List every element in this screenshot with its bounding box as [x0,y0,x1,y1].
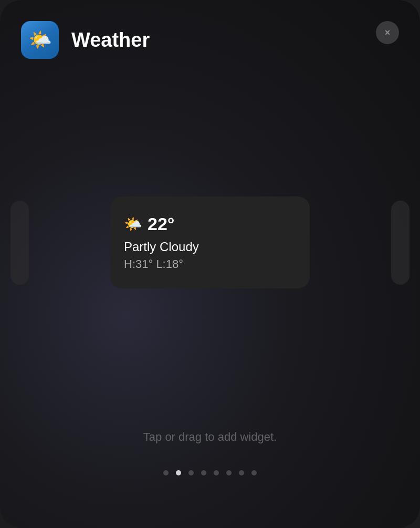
close-button[interactable]: × [376,21,399,44]
add-hint: Tap or drag to add widget. [143,430,277,444]
pagination-dot-5[interactable] [226,470,232,475]
pagination-dots [163,470,257,475]
app-title: Weather [71,29,150,51]
side-peek-left [10,201,29,285]
pagination-dot-2[interactable] [188,470,194,475]
weather-temperature: 22° [148,214,174,234]
weather-high-low: H:31° L:18° [124,257,296,271]
widget-area: 🌤️ 22° Partly Cloudy H:31° L:18° [21,185,399,301]
app-icon: 🌤️ [21,21,59,59]
header: 🌤️ Weather × [0,0,420,69]
pagination-dot-0[interactable] [163,470,169,475]
pagination-dot-6[interactable] [239,470,244,475]
pagination-dot-7[interactable] [251,470,257,475]
weather-widget[interactable]: 🌤️ 22° Partly Cloudy H:31° L:18° [110,196,310,288]
pagination-dot-4[interactable] [214,470,219,475]
weather-top-row: 🌤️ 22° [124,214,296,234]
app-container: 🌤️ Weather × Conditions See the current … [0,0,420,528]
weather-condition: Partly Cloudy [124,240,296,254]
weather-icon: 🌤️ [124,215,142,233]
side-peek-right [391,201,410,285]
app-icon-emoji: 🌤️ [28,30,52,49]
bottom-section: Tap or drag to add widget. [0,430,420,475]
pagination-dot-1[interactable] [176,470,181,475]
pagination-dot-3[interactable] [201,470,206,475]
